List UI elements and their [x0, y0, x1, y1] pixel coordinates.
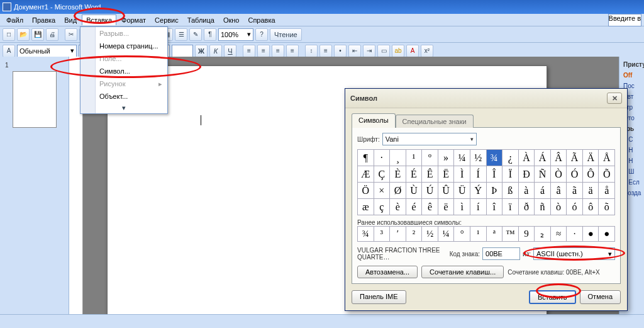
menu-edit[interactable]: Правка	[28, 15, 59, 25]
new-doc-icon[interactable]: □	[3, 28, 15, 41]
char-cell[interactable]: ×	[374, 183, 391, 199]
underline-icon[interactable]: Ч	[224, 45, 236, 57]
char-cell[interactable]: Ý	[470, 183, 487, 199]
insert-symbol[interactable]: Символ...	[80, 65, 167, 77]
menu-service[interactable]: Сервис	[151, 15, 182, 25]
recent-cell[interactable]: ′	[390, 227, 406, 242]
char-cell[interactable]: Ô	[583, 166, 599, 183]
from-combo[interactable]: ASCII (шестн.)▾	[533, 247, 615, 260]
char-cell[interactable]: Û	[438, 183, 455, 199]
char-cell[interactable]: ó	[567, 199, 583, 215]
recent-cell[interactable]: ³	[374, 227, 391, 242]
bullet-list-icon[interactable]: •	[334, 45, 347, 57]
recent-cell[interactable]: ●	[599, 227, 615, 242]
italic-icon[interactable]: К	[209, 45, 222, 57]
char-cell[interactable]: Ã	[567, 150, 583, 166]
code-input[interactable]: 00BE	[482, 247, 520, 260]
char-cell[interactable]: Æ	[358, 166, 374, 183]
char-cell[interactable]: ô	[583, 199, 599, 215]
recent-cell[interactable]: °	[454, 227, 470, 242]
menu-format[interactable]: Формат	[118, 15, 150, 25]
borders-icon[interactable]: ▭	[377, 45, 390, 57]
char-cell[interactable]: Ê	[422, 166, 438, 183]
style-combo[interactable]: Обычный▾	[17, 45, 77, 57]
char-cell[interactable]: Ú	[422, 183, 438, 199]
page-thumbnail-1[interactable]	[13, 71, 57, 128]
super-icon[interactable]: x²	[421, 45, 433, 57]
char-cell[interactable]: í	[470, 199, 487, 215]
char-cell[interactable]: Ñ	[535, 166, 551, 183]
drawing-icon[interactable]: ✎	[189, 28, 202, 41]
recent-cell[interactable]: ½	[422, 227, 438, 242]
char-cell[interactable]: Ø	[390, 183, 406, 199]
menu-insert[interactable]: Вставка	[82, 14, 116, 25]
char-cell[interactable]: ì	[454, 199, 470, 215]
char-cell[interactable]: Ç	[374, 166, 391, 183]
char-cell[interactable]: ½	[470, 150, 487, 166]
align-right-icon[interactable]: ≡	[272, 45, 284, 57]
line-spacing-icon[interactable]: ↕	[305, 45, 318, 57]
char-cell[interactable]: Å	[599, 150, 615, 166]
recent-cell[interactable]: ≈	[551, 227, 567, 242]
highlight-icon[interactable]: ab	[392, 45, 404, 57]
char-cell[interactable]: Ó	[567, 166, 583, 183]
char-cell[interactable]: ·	[374, 150, 391, 166]
char-cell[interactable]: â	[551, 183, 567, 199]
insert-picture[interactable]: Рисунок▸	[80, 77, 167, 90]
print-icon[interactable]: 🖨	[46, 28, 58, 41]
menu-window[interactable]: Окно	[219, 15, 243, 25]
font-combo[interactable]: Vani▾	[382, 133, 477, 145]
recent-cell[interactable]: ●	[583, 227, 599, 242]
char-cell[interactable]: å	[599, 183, 615, 199]
menu-table[interactable]: Таблица	[184, 15, 218, 25]
shortcut-button[interactable]: Сочетание клавиш...	[421, 266, 504, 278]
insert-button[interactable]: Вставить	[529, 290, 576, 304]
font-size-combo[interactable]	[172, 45, 193, 57]
char-cell[interactable]: ß	[502, 183, 519, 199]
char-cell[interactable]: ò	[551, 199, 567, 215]
char-cell[interactable]: ä	[583, 183, 599, 199]
menu-help[interactable]: Справка	[244, 15, 279, 25]
recent-cell[interactable]: ™	[502, 227, 519, 242]
char-cell[interactable]: ¾	[487, 150, 503, 166]
char-cell[interactable]: Á	[535, 150, 551, 166]
char-cell[interactable]: Õ	[599, 166, 615, 183]
recent-cell[interactable]: ¹	[470, 227, 487, 242]
char-cell[interactable]: ç	[374, 199, 391, 215]
char-cell[interactable]: á	[535, 183, 551, 199]
char-cell[interactable]: î	[487, 199, 503, 215]
char-cell[interactable]: Â	[551, 150, 567, 166]
char-cell[interactable]: æ	[358, 199, 374, 215]
tab-special[interactable]: Специальные знаки	[396, 115, 474, 128]
zoom-combo[interactable]: 100%▾	[218, 28, 253, 41]
char-cell[interactable]: ï	[502, 199, 519, 215]
align-left-icon[interactable]: ≡	[243, 45, 255, 57]
char-cell[interactable]: ê	[422, 199, 438, 215]
cancel-button[interactable]: Отмена	[580, 290, 621, 304]
char-cell[interactable]: Ö	[358, 183, 374, 199]
char-cell[interactable]: È	[390, 166, 406, 183]
char-cell[interactable]: ¿	[502, 150, 519, 166]
char-cell[interactable]: Ù	[406, 183, 423, 199]
insert-break[interactable]: Разрыв...	[80, 27, 167, 40]
reading-button[interactable]: Чтение	[270, 28, 302, 41]
insert-field[interactable]: Поле...	[80, 52, 167, 65]
align-justify-icon[interactable]: ≡	[286, 45, 299, 57]
char-cell[interactable]: Ì	[454, 166, 470, 183]
menu-view[interactable]: Вид	[60, 15, 80, 25]
recent-cell[interactable]: ²	[406, 227, 423, 242]
recent-cell[interactable]: ¼	[438, 227, 455, 242]
recent-cell[interactable]: ¾	[358, 227, 374, 242]
menu-file[interactable]: Файл	[3, 15, 27, 25]
open-icon[interactable]: 📂	[17, 28, 30, 41]
char-cell[interactable]: Ð	[519, 166, 535, 183]
char-cell[interactable]: Ë	[438, 166, 455, 183]
char-cell[interactable]: Î	[487, 166, 503, 183]
help-search-input[interactable]: Введите в	[608, 14, 641, 26]
char-cell[interactable]: é	[406, 199, 423, 215]
char-cell[interactable]: ¶	[358, 150, 374, 166]
align-center-icon[interactable]: ≡	[257, 45, 270, 57]
recent-cell[interactable]: 9	[519, 227, 535, 242]
char-cell[interactable]: Ò	[551, 166, 567, 183]
columns-icon[interactable]: ☰	[175, 28, 187, 41]
